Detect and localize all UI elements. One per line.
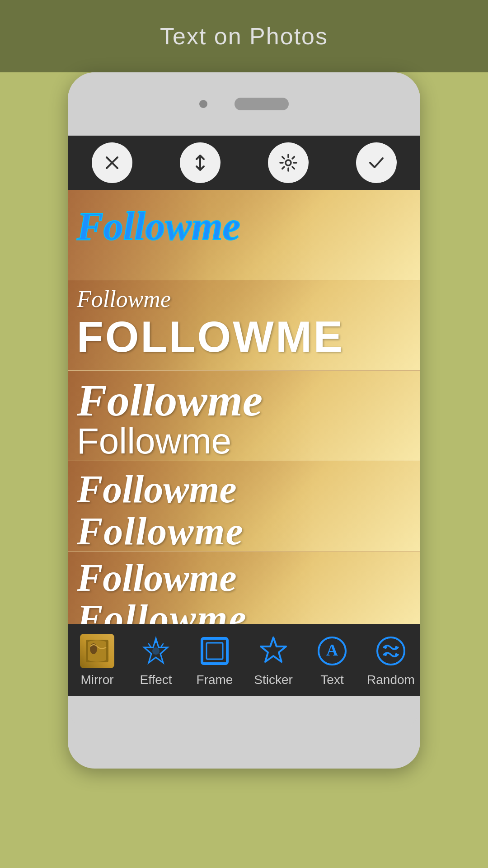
text-strip-5: Followme Followme [68,552,420,624]
mirror-button[interactable]: Mirror [72,633,122,687]
sticker-button[interactable]: Sticker [249,633,298,687]
bottom-toolbar: Mirror Effect Frame [68,624,420,696]
svg-text:A: A [326,641,338,659]
text-overlay-4b: Followme [77,509,244,552]
text-strip-3: Followme Followme [68,371,420,461]
text-overlay-3a: Followme [77,374,263,426]
text-overlay-5a: Followme [77,555,237,600]
svg-point-11 [377,637,404,665]
phone-bottom-bar [68,696,420,732]
svg-marker-8 [261,637,286,662]
frame-label: Frame [197,673,233,687]
text-strip-4: Followme Followme [68,461,420,552]
front-camera [199,100,207,108]
app-title: Text on Photos [160,23,328,50]
random-button[interactable]: Random [366,633,416,687]
text-overlay-2b: FOLLOWME [77,312,344,362]
phone-top-bar [68,72,420,136]
app-header: Text on Photos [0,0,488,72]
svg-rect-7 [206,643,223,659]
random-icon [373,633,409,669]
swap-button[interactable] [180,142,221,183]
svg-point-12 [384,646,387,649]
text-overlay-2a: Followme [77,286,171,312]
frame-icon [197,633,233,669]
random-label: Random [367,673,415,687]
sticker-icon [255,633,291,669]
action-toolbar [68,136,420,190]
text-overlay-5b: Followme [77,596,248,624]
phone-device: Followme Followme FOLLOWME Followme Foll… [68,72,420,769]
frame-button[interactable]: Frame [190,633,239,687]
text-button[interactable]: A Text [307,633,357,687]
text-overlay-1: Followme [77,203,240,249]
svg-point-15 [395,653,398,656]
text-strip-2: Followme FOLLOWME [68,280,420,371]
settings-button[interactable] [268,142,309,183]
svg-point-5 [152,647,160,655]
sticker-label: Sticker [254,673,293,687]
text-icon: A [314,633,350,669]
mirror-icon [79,633,115,669]
confirm-button[interactable] [356,142,397,183]
photo-canvas[interactable]: Followme Followme FOLLOWME Followme Foll… [68,190,420,624]
mirror-label: Mirror [80,673,113,687]
cancel-button[interactable] [92,142,132,183]
svg-point-14 [384,653,387,656]
text-label: Text [320,673,343,687]
text-overlay-4a: Followme [77,467,237,512]
svg-point-2 [286,160,291,165]
text-overlay-3b: Followme [77,420,231,461]
effect-label: Effect [140,673,172,687]
svg-point-13 [395,646,398,649]
speaker-grill [235,98,289,110]
svg-rect-6 [202,638,227,664]
text-strip-1: Followme [68,190,420,280]
effect-icon [138,633,174,669]
effect-button[interactable]: Effect [131,633,181,687]
